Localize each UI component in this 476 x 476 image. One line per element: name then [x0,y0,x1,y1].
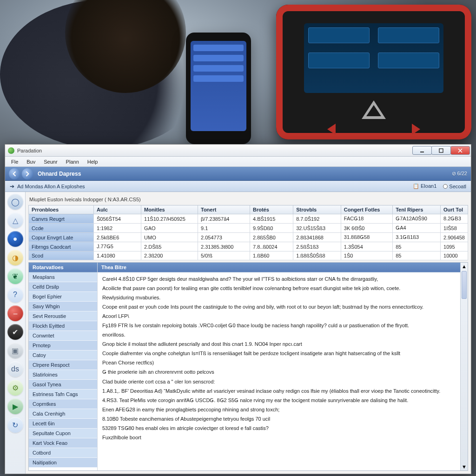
column-header[interactable]: Aulc [93,205,141,214]
details-line: Ǥ thie proelerie isih an chrorenrvrnt oo… [102,368,456,376]
titlebar[interactable]: Paradation [5,145,471,157]
warning-icon [362,100,386,119]
details-category-item[interactable]: Coprntkes [29,399,97,409]
disc-icon[interactable]: ds [7,361,23,377]
details-line: 4.RS3. Teat PleMis vote corogin anrifAǤ … [102,397,456,404]
details-line: Clad buide oriente cort ccsa a " oler lo… [102,378,456,386]
app-icon [8,147,14,154]
svg-rect-1 [439,149,443,152]
details-line: Pcean Chorse rectfics) [102,359,456,367]
details-line: 1.A8.1,. BF’ Deeoritias Ad) “MatkDyulic … [102,387,456,395]
menu-help[interactable]: Help [83,158,102,165]
column-header[interactable]: Brotés [250,205,293,214]
details-category-item[interactable]: Ceifd Drsilp [29,282,97,292]
menu-plann[interactable]: Plann [62,158,83,165]
column-header[interactable]: Ourt Tol [441,205,468,214]
cell: 1Ŝ0 [341,251,392,260]
scroll-down-icon[interactable]: ▼ [462,463,467,470]
details-category-item[interactable]: Cotbord [29,448,97,458]
minimize-button[interactable] [412,146,432,155]
details-category-item[interactable]: Slatirloines [29,370,97,380]
details-line: CareH 4.8Ŝ10 CFP 5ger desigts deur masld… [102,275,456,283]
scroll-up-icon[interactable]: ▲ [462,263,467,270]
details-line: Gnop bicle il molast tihe adliutent pesc… [102,340,456,348]
column-header[interactable]: Prronbloes [29,205,94,214]
cell: Ŝ056ŜT54 [93,214,141,224]
globe-icon[interactable]: ◯ [7,194,23,210]
column-header[interactable]: Tonert [198,205,250,214]
cell: 2.3ß200 [141,251,198,260]
cell: 1.ß8ßŜ0Ŝß8 [293,251,341,260]
toolbar: Ohnard Dapress ⊘ 6/22 [5,167,471,181]
cell: UMO [141,233,198,242]
paint-icon[interactable]: ◑ [7,250,23,265]
refresh-icon[interactable]: ↻ [7,417,23,433]
details-category-item[interactable]: Conwntet [29,331,97,341]
details-category-item[interactable]: Savy Whgin [29,302,97,311]
table-row[interactable]: Ccde1:19ß2GAO9.19.9ŜDß032.UŜ15Ŝß33K 6ΘŜ0… [29,224,468,233]
details-line: enorilloss. [102,331,456,339]
scrollbar[interactable]: ▲ ▼ [460,263,468,470]
details-category-item[interactable]: Flockh Eyitted [29,321,97,331]
table-row[interactable]: Canvrs ReugrtŜ056ŜT5411Ŝ10.27/H50925β/7.… [29,214,468,224]
cell: ǤA4 [393,224,441,233]
details-category-item[interactable]: Estriness Tafn Cags [29,390,97,399]
leaf-icon[interactable]: ❦ [7,268,23,284]
menubar: Fle Buv Seunr Plann Help [5,157,471,167]
details-category-item[interactable]: Meaplans [29,272,97,282]
cell: 2.31385.3t800 [198,242,250,251]
table-row[interactable]: Copur Envgrt Late2.5kßBE6UMO2.0547732.8ß… [29,233,468,242]
cell: 2.8ß5ŜB0 [250,233,293,242]
details-category-item[interactable]: Cala Crenhigh [29,409,97,419]
question-icon[interactable]: ? [7,287,23,303]
menu-seunr[interactable]: Seunr [40,158,61,165]
details-category-item[interactable]: Prnotep [29,341,97,350]
radio-icon[interactable] [443,184,448,189]
column-header[interactable]: Tenl Ripers [393,205,441,214]
nav-back-button[interactable] [9,168,20,179]
cell: 10000 [441,251,468,260]
menu-file[interactable]: Fle [7,158,22,165]
details-category-item[interactable]: Catoy [29,350,97,360]
nav-forward-button[interactable] [22,168,33,179]
close-button[interactable] [450,146,470,155]
shield-icon[interactable]: ✔ [7,324,23,340]
column-header[interactable]: Monitles [141,205,198,214]
app-window: Paradation Fle Buv Seunr Plann Help Ohna… [5,144,471,474]
table-row[interactable]: Scod1.410802.3ß2005/0!ß1.ßB601.ß8ßŜ0Ŝß81… [29,251,468,260]
view-option-2[interactable]: Secoatl [449,184,466,189]
details-category-item[interactable]: Kart Vock Feao [29,438,97,448]
data-grid[interactable]: PrronbloesAulcMonitlesTonertBrotésStrovb… [28,205,468,260]
cell: Ǥ7A12A0Ŝ90 [393,214,441,224]
details-line: Rewlysiduring mvaburies. [102,294,456,302]
stop-icon[interactable]: ‒ [7,305,23,321]
cell: J.77Ǥ5 [93,242,141,251]
breadcrumb-bar: ➔ Ad Mondas Allon A Exploshes 📋 Eloan1 S… [5,181,471,192]
details-category-item[interactable]: Naitipation [29,458,97,468]
tools-icon[interactable]: ⚙ [7,380,23,396]
menu-buv[interactable]: Buv [22,158,40,165]
details-category-item[interactable]: Bogel Ephier [29,292,97,302]
cell: 1IŜ58 [441,224,468,233]
view-option-1[interactable]: 📋 Eloan1 [413,183,436,189]
flag-icon[interactable]: ▶ [7,398,23,414]
phone-device [186,33,251,144]
compass-icon[interactable]: △ [7,212,23,228]
details-category-item[interactable]: Sepultate Cupon [29,429,97,438]
dial-icon[interactable]: ● [7,231,23,247]
table-row[interactable]: Fibrngs CaodcartJ.77Ǥ52.DŜß52.31385.3t80… [29,242,468,251]
row-label: Ccde [29,224,94,233]
column-header[interactable]: Strovbls [293,205,341,214]
details-line: Enen AFEǤ28 in eamy thie pronglagbiets p… [102,406,456,414]
scrollbar-thumb[interactable] [462,271,467,299]
badge-icon[interactable]: ▣ [7,343,23,358]
details-category-item[interactable]: Clrpere Respoct [29,360,97,370]
maximize-button[interactable] [431,146,451,155]
breadcrumb[interactable]: Ad Mondas Allon A Exploshes [17,184,85,189]
breadcrumb-arrow-icon: ➔ [10,183,14,190]
details-category-item[interactable]: Sevt Reroustie [29,311,97,321]
arrow-left-icon [327,124,336,135]
details-category-item[interactable]: Lecett 6in [29,419,97,429]
column-header[interactable]: Congert Fotles [341,205,392,214]
details-category-item[interactable]: Gasol Tynea [29,380,97,390]
